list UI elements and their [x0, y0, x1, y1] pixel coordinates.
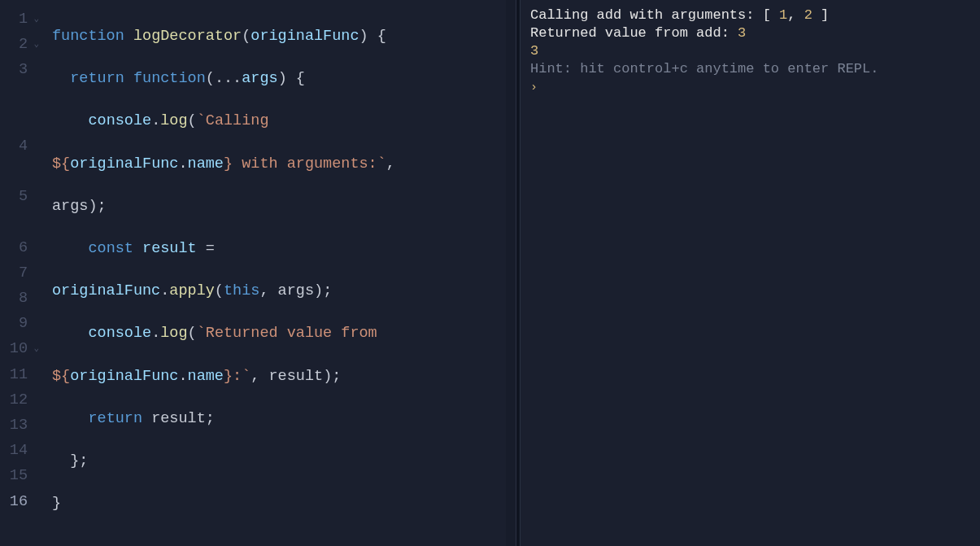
console-line: Calling add with arguments: [ 1, 2 ] [530, 7, 970, 24]
gutter-row: 10⌄ [0, 336, 44, 361]
editor-pane[interactable]: 1⌄ 2⌄ 3 4 5 6 7 8 9 10⌄ 11 12 13 14 15 1… [0, 0, 516, 546]
code-line[interactable]: ${originalFunc.name} with arguments:`, [52, 151, 516, 177]
gutter-row: 5 [0, 184, 44, 209]
fold-icon[interactable]: ⌄ [31, 336, 39, 361]
gutter-row: 14 [0, 438, 44, 463]
code-line[interactable]: return result; [52, 406, 516, 431]
console-line: 3 [530, 42, 970, 60]
gutter-row: 6 [0, 235, 44, 260]
code-line[interactable]: } [52, 491, 516, 516]
gutter-row: 15 [0, 463, 44, 488]
gutter-row: 2⌄ [0, 32, 44, 57]
console-line: Returned value from add: 3 [530, 24, 970, 42]
gutter-row [0, 159, 44, 184]
output-pane[interactable]: Calling add with arguments: [ 1, 2 ] Ret… [520, 0, 980, 546]
gutter-row: 1⌄ [0, 7, 44, 32]
gutter-row [0, 108, 44, 133]
gutter-row: 4 [0, 133, 44, 159]
gutter-row: 11 [0, 362, 44, 387]
gutter-row [0, 210, 44, 235]
gutter-row: 9 [0, 311, 44, 336]
code-line[interactable]: return function(...args) { [52, 66, 516, 91]
gutter-row: 7 [0, 260, 44, 286]
line-gutter: 1⌄ 2⌄ 3 4 5 6 7 8 9 10⌄ 11 12 13 14 15 1… [0, 0, 44, 546]
code-line[interactable]: }; [52, 448, 516, 474]
gutter-row: 16 [0, 489, 44, 514]
code-line[interactable]: args); [52, 194, 516, 219]
code-line[interactable]: originalFunc.apply(this, args); [52, 278, 516, 304]
repl-prompt[interactable]: › [530, 78, 970, 97]
gutter-row [0, 83, 44, 108]
gutter-row: 13 [0, 413, 44, 438]
ide-container: 1⌄ 2⌄ 3 4 5 6 7 8 9 10⌄ 11 12 13 14 15 1… [0, 0, 980, 546]
code-line[interactable] [52, 533, 516, 546]
console-hint: Hint: hit control+c anytime to enter REP… [530, 60, 970, 78]
fold-icon[interactable]: ⌄ [31, 32, 39, 57]
code-line[interactable]: console.log(`Returned value from [52, 321, 516, 346]
code-line[interactable]: function logDecorator(originalFunc) { [52, 24, 516, 49]
gutter-row: 8 [0, 286, 44, 311]
gutter-row: 3 [0, 57, 44, 82]
code-area[interactable]: function logDecorator(originalFunc) { re… [44, 0, 516, 546]
code-line[interactable]: const result = [52, 236, 516, 261]
fold-icon[interactable]: ⌄ [31, 7, 39, 32]
code-line[interactable]: console.log(`Calling [52, 108, 516, 133]
gutter-row: 12 [0, 387, 44, 413]
code-line[interactable]: ${originalFunc.name}:`, result); [52, 364, 516, 389]
